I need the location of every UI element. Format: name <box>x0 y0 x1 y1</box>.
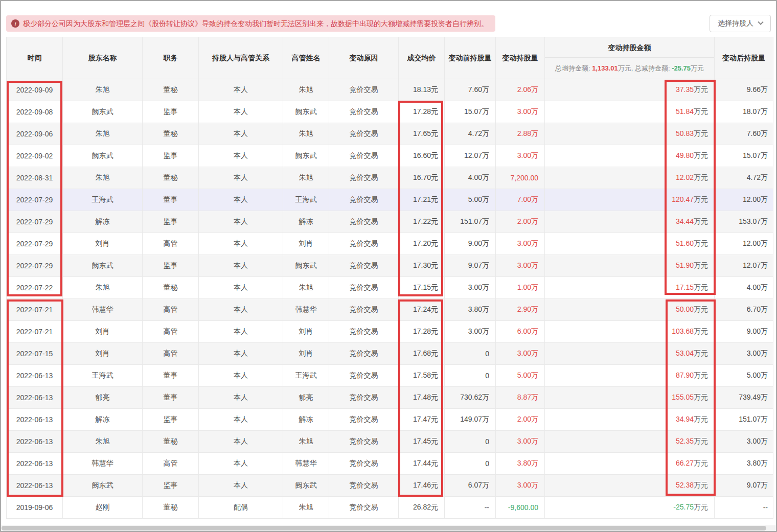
table-row: 2022-06-13郁亮董事本人郁亮竞价交易17.48元730.62万8.87万… <box>7 387 773 409</box>
change-amount-title: 变动持股金额 <box>545 37 714 58</box>
cell-holder-name: 刘肖 <box>63 321 143 343</box>
cell-avg-price: 17.24元 <box>399 299 445 321</box>
cell-position: 监事 <box>143 255 199 277</box>
cell-time: 2022-07-29 <box>7 211 63 233</box>
table-row: 2022-08-31朱旭董秘本人朱旭竞价交易16.70元4.00万7,200.0… <box>7 167 773 189</box>
holder-change-page: i 极少部分公司因为大股东和管理层之间《股份转让协议》导致的持仓变动我们暂时无法… <box>0 0 777 532</box>
cell-shares-after: 12.07万 <box>715 255 773 277</box>
cell-exec-name: 刘肖 <box>283 343 329 365</box>
cell-shares-after: 9.00万 <box>715 321 773 343</box>
cell-time: 2022-07-15 <box>7 343 63 365</box>
cell-avg-price: 17.46元 <box>399 475 445 497</box>
cell-shares-changed: 3.80万 <box>496 453 545 475</box>
cell-time: 2022-09-08 <box>7 101 63 123</box>
cell-relation: 本人 <box>199 79 283 101</box>
cell-time: 2022-06-13 <box>7 475 63 497</box>
cell-relation: 本人 <box>199 475 283 497</box>
cell-avg-price: 18.13元 <box>399 79 445 101</box>
cell-shares-after: 5.00万 <box>715 365 773 387</box>
cell-change-reason: 竞价交易 <box>329 79 399 101</box>
cell-shares-changed: 3.00万 <box>496 255 545 277</box>
cell-time: 2022-06-13 <box>7 409 63 431</box>
cell-change-reason: 竞价交易 <box>329 387 399 409</box>
cell-exec-name: 解冻 <box>283 211 329 233</box>
cell-change-amount: 103.68万元 <box>545 321 715 343</box>
table-row: 2022-07-21刘肖高管本人刘肖竞价交易17.28元3.00万6.00万10… <box>7 321 773 343</box>
cell-time: 2022-07-22 <box>7 277 63 299</box>
cell-relation: 本人 <box>199 101 283 123</box>
cell-shares-before: 5.00万 <box>445 189 496 211</box>
cell-relation: 配偶 <box>199 497 283 519</box>
cell-position: 监事 <box>143 145 199 167</box>
cell-holder-name: 朱旭 <box>63 123 143 145</box>
cell-holder-name: 朱旭 <box>63 277 143 299</box>
cell-shares-after: 9.07万 <box>715 475 773 497</box>
col-header-shares-after: 变动后持股量 <box>715 37 773 79</box>
cell-change-amount: 51.90万元 <box>545 255 715 277</box>
cell-avg-price: 17.22元 <box>399 211 445 233</box>
cell-exec-name: 刘肖 <box>283 321 329 343</box>
table-row: 2022-07-29解冻监事本人解冻竞价交易17.22元151.07万2.00万… <box>7 211 773 233</box>
cell-shares-before: 151.07万 <box>445 211 496 233</box>
table-row: 2022-07-29刘肖高管本人刘肖竞价交易17.20元9.00万3.00万51… <box>7 233 773 255</box>
cell-change-amount: 87.90万元 <box>545 365 715 387</box>
table-row: 2022-06-13王海武董事本人王海武竞价交易17.58元05.00万87.9… <box>7 365 773 387</box>
cell-position: 董秘 <box>143 497 199 519</box>
cell-holder-name: 王海武 <box>63 189 143 211</box>
cell-change-amount: 50.83万元 <box>545 123 715 145</box>
cell-avg-price: 17.65元 <box>399 123 445 145</box>
cell-change-amount: 49.80万元 <box>545 145 715 167</box>
cell-position: 监事 <box>143 475 199 497</box>
increase-total-suffix: 万元 <box>618 64 631 72</box>
cell-change-amount: 51.84万元 <box>545 101 715 123</box>
cell-holder-name: 解冻 <box>63 211 143 233</box>
table-row: 2022-07-29王海武董事本人王海武竞价交易17.21元5.00万7.00万… <box>7 189 773 211</box>
cell-avg-price: 17.68元 <box>399 343 445 365</box>
cell-time: 2022-07-29 <box>7 255 63 277</box>
cell-change-reason: 竞价交易 <box>329 409 399 431</box>
cell-exec-name: 朱旭 <box>283 167 329 189</box>
holder-select-label: 选择持股人 <box>718 19 753 28</box>
cell-time: 2022-09-02 <box>7 145 63 167</box>
table-row: 2022-07-22朱旭董秘本人朱旭竞价交易17.15元3.00万1.00万17… <box>7 277 773 299</box>
notice-text: 极少部分公司因为大股东和管理层之间《股份转让协议》导致的持仓变动我们暂时无法区别… <box>23 19 488 28</box>
cell-relation: 本人 <box>199 299 283 321</box>
cell-position: 监事 <box>143 211 199 233</box>
holder-select[interactable]: 选择持股人 <box>710 15 771 32</box>
cell-shares-before: 4.72万 <box>445 123 496 145</box>
cell-holder-name: 韩慧华 <box>63 299 143 321</box>
cell-relation: 本人 <box>199 453 283 475</box>
cell-position: 董秘 <box>143 277 199 299</box>
increase-total-value: 1,133.01 <box>592 64 618 72</box>
cell-holder-name: 阙东武 <box>63 255 143 277</box>
cell-exec-name: 王海武 <box>283 365 329 387</box>
cell-holder-name: 解冻 <box>63 409 143 431</box>
cell-holder-name: 阙东武 <box>63 145 143 167</box>
cell-avg-price: 17.47元 <box>399 409 445 431</box>
col-header-relation: 持股人与高管关系 <box>199 37 283 79</box>
cell-position: 董事 <box>143 189 199 211</box>
cell-shares-changed: 3.00万 <box>496 343 545 365</box>
cell-time: 2019-09-06 <box>7 497 63 519</box>
col-header-holder-name: 股东名称 <box>63 37 143 79</box>
cell-relation: 本人 <box>199 365 283 387</box>
cell-position: 董秘 <box>143 79 199 101</box>
decrease-total-suffix: 万元 <box>691 64 704 72</box>
cell-change-reason: 竞价交易 <box>329 475 399 497</box>
horizontal-scrollbar[interactable] <box>1 525 776 531</box>
table-row: 2022-09-02阙东武监事本人阙东武竞价交易16.60元12.07万3.00… <box>7 145 773 167</box>
cell-position: 高管 <box>143 321 199 343</box>
cell-change-reason: 竞价交易 <box>329 497 399 519</box>
cell-holder-name: 韩慧华 <box>63 453 143 475</box>
table-row: 2022-06-13阙东武监事本人阙东武竞价交易17.46元6.07万3.00万… <box>7 475 773 497</box>
cell-shares-after: 4.00万 <box>715 277 773 299</box>
table-row: 2022-06-13解冻监事本人解冻竞价交易17.47元149.07万2.00万… <box>7 409 773 431</box>
horizontal-scrollbar-thumb[interactable] <box>2 526 766 530</box>
col-header-change-reason: 变动原因 <box>329 37 399 79</box>
cell-shares-after: 739.49万 <box>715 387 773 409</box>
cell-avg-price: 17.15元 <box>399 277 445 299</box>
cell-exec-name: 解冻 <box>283 409 329 431</box>
col-header-shares-changed: 变动持股量 <box>496 37 545 79</box>
cell-change-reason: 竞价交易 <box>329 431 399 453</box>
col-header-position: 职务 <box>143 37 199 79</box>
